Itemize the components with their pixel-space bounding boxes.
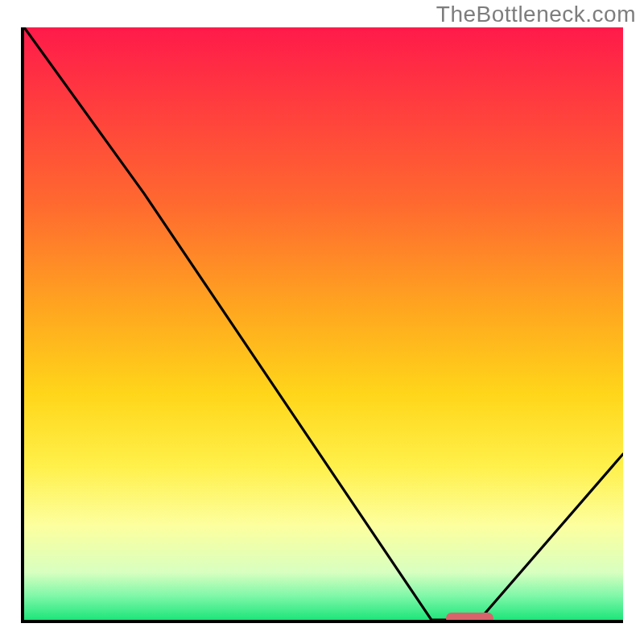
optimal-marker — [446, 613, 494, 623]
bottleneck-curve — [24, 27, 623, 620]
watermark-text: TheBottleneck.com — [436, 2, 636, 27]
chart-frame: TheBottleneck.com — [0, 0, 644, 644]
plot-area — [21, 27, 623, 623]
